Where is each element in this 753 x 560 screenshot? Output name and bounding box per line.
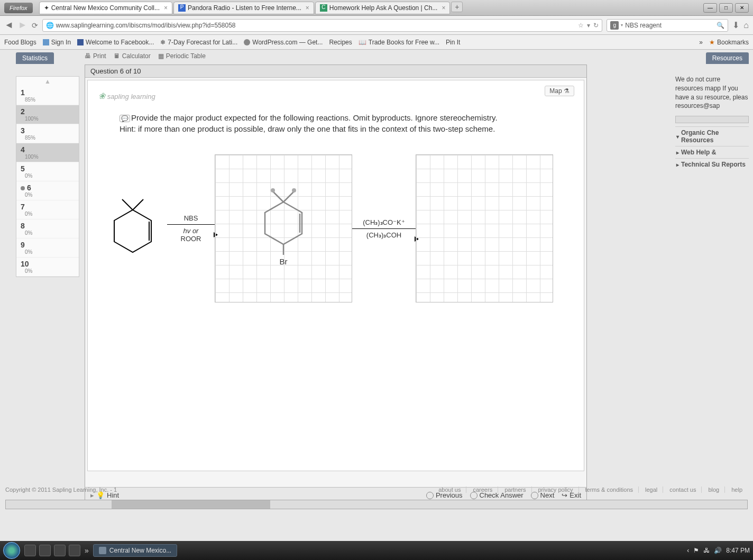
back-button[interactable]: ◄ xyxy=(4,20,14,31)
question-nav-item[interactable]: 2100% xyxy=(16,105,79,124)
bookmark-item[interactable]: Recipes xyxy=(329,39,352,46)
home-icon[interactable]: ⌂ xyxy=(743,21,749,30)
close-icon[interactable]: × xyxy=(306,4,309,12)
pinned-app-icon[interactable] xyxy=(39,545,51,556)
tab-sapling[interactable]: ✦ Central New Mexico Community Coll... × xyxy=(39,2,172,14)
calculator-button[interactable]: 🖩Calculator xyxy=(114,52,151,60)
bookmark-item[interactable]: 📖Trade Books for Free w... xyxy=(359,39,439,46)
question-nav-item[interactable]: 50% xyxy=(16,162,79,181)
clock[interactable]: 8:47 PM xyxy=(726,547,750,554)
close-icon[interactable]: × xyxy=(164,4,168,12)
print-button[interactable]: 🖶Print xyxy=(85,52,106,60)
history-button[interactable]: ⟳ xyxy=(32,21,38,30)
bookmark-item[interactable]: ❄7-Day Forecast for Lati... xyxy=(160,39,237,46)
maximize-button[interactable]: □ xyxy=(719,3,733,13)
url-input[interactable]: 🌐 www.saplinglearning.com/ibiscms/mod/ib… xyxy=(42,19,603,32)
network-icon[interactable]: 🖧 xyxy=(703,547,710,554)
resources-tab[interactable]: Resources xyxy=(706,52,749,64)
favicon-icon xyxy=(43,39,49,45)
bookmarks-menu[interactable]: ★Bookmarks xyxy=(709,39,749,46)
question-nav-item[interactable]: 4100% xyxy=(16,143,79,162)
br-label: Br xyxy=(280,257,288,266)
scrollbar-thumb[interactable] xyxy=(112,500,270,509)
sapling-logo: ❀ sapling learning xyxy=(98,91,155,101)
pinned-app-icon[interactable] xyxy=(24,545,36,556)
svg-point-8 xyxy=(271,188,275,192)
firefox-menu-button[interactable]: Firefox xyxy=(4,3,33,13)
svg-marker-4 xyxy=(265,202,302,244)
new-tab-button[interactable]: + xyxy=(451,2,463,12)
question-nav-item[interactable]: 100% xyxy=(16,258,79,277)
tab-pandora[interactable]: P Pandora Radio - Listen to Free Interne… xyxy=(173,2,314,14)
tray-up-icon[interactable]: ‹ xyxy=(687,547,689,554)
system-tray: ‹ ⚑ 🖧 🔊 8:47 PM xyxy=(687,547,750,554)
question-panel: Question 6 of 10 ❀ sapling learning Map … xyxy=(85,65,587,503)
question-nav-item[interactable]: 80% xyxy=(16,219,79,238)
starting-material xyxy=(98,189,167,268)
map-button[interactable]: Map ⚗ xyxy=(545,86,574,96)
pinned-app-icon[interactable] xyxy=(69,545,80,556)
taskbar-window[interactable]: Central New Mexico... xyxy=(93,544,177,557)
footer-link[interactable]: partners xyxy=(499,486,531,493)
resource-link-organic[interactable]: ▾Organic Che Resources xyxy=(675,126,749,146)
star-icon: ★ xyxy=(709,39,715,46)
product-2-canvas[interactable] xyxy=(416,154,553,302)
footer-link[interactable]: legal xyxy=(640,486,663,493)
footer-link[interactable]: privacy policy xyxy=(533,486,579,493)
downloads-icon[interactable]: ⬇ xyxy=(732,20,739,30)
question-body: ❀ sapling learning Map ⚗ 💬Provide the ma… xyxy=(87,80,584,471)
question-nav-item[interactable]: 185% xyxy=(16,86,79,105)
tab-homework[interactable]: C Homework Help Ask A Question | Ch... × xyxy=(315,2,451,14)
chevron-right-icon: ▸ xyxy=(676,150,679,155)
bookmark-item[interactable]: Food Blogs xyxy=(4,39,36,46)
bookmark-item[interactable]: WordPress.com — Get... xyxy=(244,39,323,46)
footer-link[interactable]: about us xyxy=(433,486,466,493)
window-controls: — □ ✕ xyxy=(703,3,749,13)
forward-button[interactable]: ► xyxy=(18,20,27,31)
taskbar-overflow-icon[interactable]: » xyxy=(85,546,89,555)
start-button[interactable] xyxy=(3,542,20,559)
footer-link[interactable]: careers xyxy=(467,486,498,493)
action-center-icon[interactable]: ⚑ xyxy=(693,547,699,554)
statistics-tab[interactable]: Statistics xyxy=(16,52,54,64)
close-button[interactable]: ✕ xyxy=(735,3,749,13)
weather-icon: ❄ xyxy=(160,39,166,46)
scrollbar-horizontal[interactable] xyxy=(675,116,749,123)
nav-up-button[interactable]: ▲ xyxy=(16,77,79,86)
volume-icon[interactable]: 🔊 xyxy=(714,547,722,554)
reagent1-bot2: ROOR xyxy=(167,235,215,243)
nav-toolbar: ◄ ► ⟳ 🌐 www.saplinglearning.com/ibiscms/… xyxy=(0,16,753,35)
question-nav-item[interactable]: 90% xyxy=(16,238,79,258)
svg-point-9 xyxy=(292,188,296,192)
footer-link[interactable]: help xyxy=(726,486,748,493)
resource-link-webhelp[interactable]: ▸Web Help & xyxy=(675,146,749,158)
bookmark-item[interactable]: Pin It xyxy=(446,39,460,46)
dropdown-icon[interactable]: ▾ xyxy=(587,22,590,29)
bookmark-item[interactable]: Sign In xyxy=(43,39,71,46)
reload-icon[interactable]: ↻ xyxy=(593,22,599,29)
resource-link-technical[interactable]: ▸Technical Su Reports xyxy=(675,158,749,170)
search-input[interactable]: g ▾ NBS reagent 🔍 xyxy=(607,19,728,32)
minimize-button[interactable]: — xyxy=(703,3,717,13)
page-scrollbar[interactable] xyxy=(5,500,748,509)
overflow-icon[interactable]: » xyxy=(699,39,703,46)
close-icon[interactable]: × xyxy=(442,4,445,12)
footer-link[interactable]: blog xyxy=(703,486,725,493)
bookmark-item[interactable]: Welcome to Facebook... xyxy=(77,39,154,46)
search-text: NBS reagent xyxy=(625,22,662,29)
question-nav-item[interactable]: 70% xyxy=(16,200,79,219)
page-content: Statistics Resources 🖶Print 🖩Calculator … xyxy=(0,50,753,515)
dropdown-icon[interactable]: ▾ xyxy=(621,23,623,27)
product-1-canvas[interactable]: Br xyxy=(215,154,352,302)
search-engine-icon[interactable]: g xyxy=(610,21,619,30)
printer-icon: 🖶 xyxy=(85,52,91,60)
footer-link[interactable]: contact us xyxy=(664,486,702,493)
question-nav-item[interactable]: 385% xyxy=(16,124,79,143)
search-icon[interactable]: 🔍 xyxy=(717,22,724,29)
footer-link[interactable]: terms & conditions xyxy=(580,486,639,493)
pinned-app-icon[interactable] xyxy=(54,545,66,556)
question-nav-item-current[interactable]: 60% xyxy=(16,181,79,200)
bookmark-star-icon[interactable]: ☆ xyxy=(578,22,584,29)
reagent2-top: (CH₃)₃CO⁻K⁺ xyxy=(352,218,416,226)
periodic-table-button[interactable]: ▦Periodic Table xyxy=(158,52,206,60)
